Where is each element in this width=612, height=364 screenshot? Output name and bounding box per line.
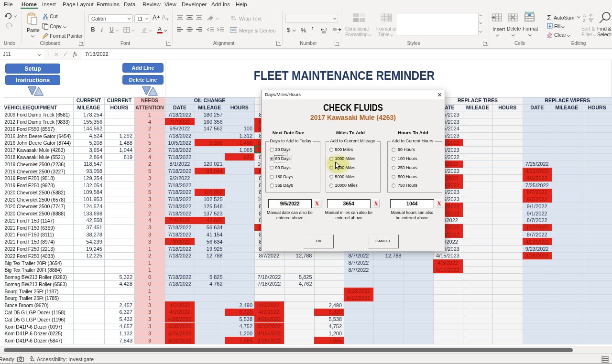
svg-text:→: → [337,31,340,33]
svg-text:ab: ab [231,15,235,18]
svg-text:Z: Z [583,18,586,22]
svg-text:.00: .00 [321,31,326,33]
svg-text:.00: .00 [332,28,337,31]
svg-text:ab: ab [208,15,214,21]
